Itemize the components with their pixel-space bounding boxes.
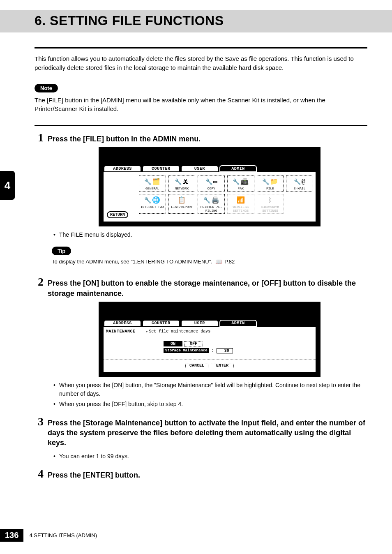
book-icon: 📖 — [215, 259, 222, 265]
intro-text: This function allows you to automaticall… — [35, 54, 367, 72]
step-1: 1 Press the [FILE] button in the ADMIN m… — [35, 132, 367, 239]
wireless-settings-button[interactable]: 📶WIRELESS SETTINGS — [227, 194, 254, 214]
rule-mid — [35, 125, 367, 126]
page: 6. SETTING FILE FUNCTIONS 4 This functio… — [0, 0, 392, 554]
tip-prefix: To display the ADMIN menu, see "1.ENTERI… — [52, 259, 212, 265]
cancel-button[interactable]: CANCEL — [185, 363, 208, 368]
step-2-bullet-2: When you press the [OFF] button, skip to… — [52, 400, 367, 409]
network-button[interactable]: 🔧🖧NETWORK — [168, 175, 196, 192]
step-1-title: Press the [FILE] button in the ADMIN men… — [48, 134, 201, 144]
tip-page-ref: P.82 — [224, 259, 235, 265]
chapter-tab: 4 — [0, 171, 15, 200]
general-button[interactable]: 🔧🗂️GENERAL — [139, 175, 166, 192]
note-text: The [FILE] button in the [ADMIN] menu wi… — [35, 96, 367, 114]
step-3: 3 Press the [Storage Maintenance] button… — [35, 416, 367, 461]
step-1-number: 1 — [35, 132, 44, 143]
step-4-number: 4 — [35, 468, 44, 480]
storage-maintenance-value[interactable]: 30 — [217, 348, 233, 353]
page-title: 6. SETTING FILE FUNCTIONS — [0, 13, 392, 28]
lcd1-tab-address[interactable]: ADDRESS — [104, 165, 141, 172]
step-2-number: 2 — [35, 276, 44, 288]
lcd2-tab-counter[interactable]: COUNTER — [142, 320, 180, 327]
note-block: Note The [FILE] button in the [ADMIN] me… — [35, 84, 367, 114]
tip-block: Tip To display the ADMIN menu, see "1.EN… — [52, 247, 367, 265]
content-area: This function allows you to automaticall… — [0, 47, 392, 480]
on-button[interactable]: ON — [164, 341, 182, 346]
step-4-title: Press the [ENTER] button. — [48, 470, 140, 480]
lcd2-tab-user[interactable]: USER — [181, 320, 219, 327]
step-2-title: Press the [ON] button to enable the stor… — [48, 278, 367, 298]
storage-colon: : — [212, 349, 214, 353]
lcd2-tab-address[interactable]: ADDRESS — [104, 320, 141, 327]
off-button[interactable]: OFF — [184, 341, 203, 346]
storage-maintenance-button[interactable]: Storage Maintenance — [164, 348, 209, 353]
email-button[interactable]: 🔧@E-MAIL — [286, 175, 313, 192]
lcd1-tab-user[interactable]: USER — [181, 165, 219, 172]
divider — [104, 359, 316, 360]
step-3-title: Press the [Storage Maintenance] button t… — [48, 418, 367, 448]
tip-pill: Tip — [52, 247, 71, 255]
header-band: 6. SETTING FILE FUNCTIONS — [0, 10, 392, 32]
step-4: 4 Press the [ENTER] button. — [35, 468, 367, 480]
lcd2-tab-admin[interactable]: ADMIN — [219, 320, 257, 327]
step-3-bullet-1: You can enter 1 to 99 days. — [52, 452, 367, 461]
footer: 136 4.SETTING ITEMS (ADMIN) — [0, 529, 97, 542]
step-3-number: 3 — [35, 416, 44, 427]
screenshot-admin-menu: ADDRESS COUNTER USER ADMIN 🔧🗂️GENERAL 🔧🖧… — [99, 147, 321, 226]
tip-text: To display the ADMIN menu, see "1.ENTERI… — [52, 259, 367, 265]
step-2-bullet-1: When you press the [ON] button, the "Sto… — [52, 381, 367, 398]
footer-section: 4.SETTING ITEMS (ADMIN) — [29, 532, 97, 538]
return-button[interactable]: RETURN — [107, 211, 128, 218]
printer-efiling-button[interactable]: 🔧🖨️PRINTER /E-FILING — [198, 194, 225, 214]
bluetooth-settings-button[interactable]: ᛒBluetooth SETTINGS — [257, 194, 284, 214]
page-number: 136 — [0, 529, 23, 542]
step-2: 2 Press the [ON] button to enable the st… — [35, 276, 367, 409]
step-1-bullet-1: The FILE menu is displayed. — [52, 231, 367, 239]
internet-fax-button[interactable]: 🔧🌐INTERNET FAX — [139, 194, 166, 214]
list-report-button[interactable]: 📋LIST/REPORT — [168, 194, 196, 214]
maintenance-hint: Set file maintenance days — [146, 329, 211, 334]
note-pill: Note — [35, 84, 58, 92]
screenshot-maintenance: ADDRESS COUNTER USER ADMIN MAINTENANCE S… — [99, 302, 321, 377]
copy-button[interactable]: 🔧▭COPY — [198, 175, 225, 192]
file-button[interactable]: 🔧📁FILE — [257, 175, 284, 192]
lcd1-tab-admin[interactable]: ADMIN — [219, 165, 257, 172]
maintenance-label: MAINTENANCE — [106, 329, 136, 334]
fax-button[interactable]: 🔧📠FAX — [227, 175, 254, 192]
enter-button[interactable]: ENTER — [211, 363, 234, 368]
rule-top — [35, 47, 367, 48]
lcd1-tab-counter[interactable]: COUNTER — [142, 165, 180, 172]
